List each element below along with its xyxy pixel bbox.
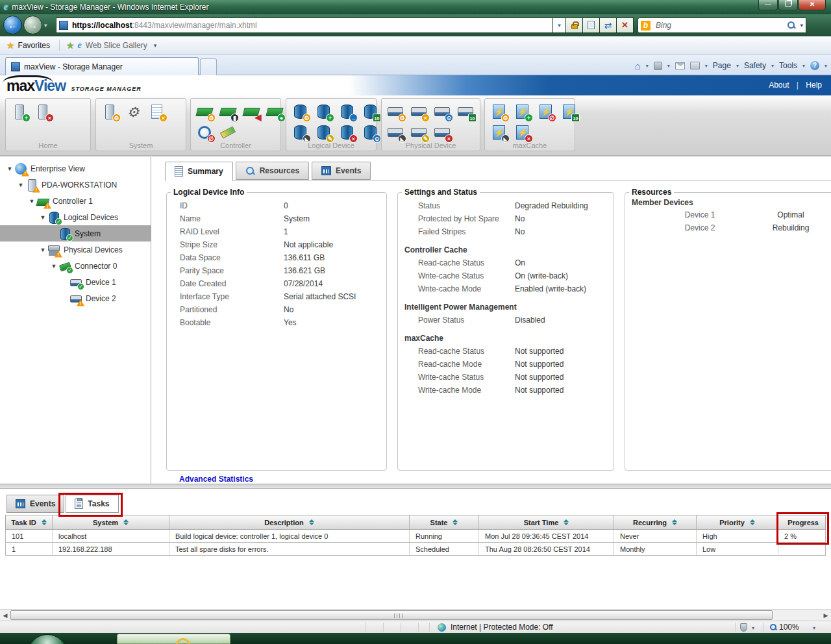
expand-migrate-logical-device-button[interactable]: ↔	[337, 102, 356, 121]
search-box[interactable]: b	[638, 18, 806, 33]
expand-arrow-icon[interactable]: ▼	[38, 214, 47, 221]
help-icon[interactable]: ?	[810, 61, 819, 70]
sort-icon[interactable]	[564, 519, 569, 525]
table-row[interactable]: 1192.168.222.188Test all spare disks for…	[5, 543, 826, 556]
column-header-state[interactable]: State	[410, 515, 479, 529]
silence-alarm-button[interactable]: ∅	[195, 123, 214, 142]
create-maxcache-button[interactable]: ⚡+	[512, 102, 532, 121]
locate-physical-device-button[interactable]: ◣	[386, 123, 405, 142]
privacy-dropdown-icon[interactable]	[752, 625, 754, 631]
refresh-button[interactable]: ⇄	[600, 18, 617, 33]
tree-item-device-2[interactable]: !Device 2	[0, 290, 151, 306]
column-header-description[interactable]: Description	[169, 515, 410, 529]
logical-device-settings-button[interactable]: ⚙	[290, 102, 310, 121]
column-header-recurring[interactable]: Recurring	[614, 515, 697, 529]
web-slice-dropdown-icon[interactable]	[154, 42, 157, 49]
tree-item-physical-devices[interactable]: ▼!Physical Devices	[0, 242, 151, 258]
tree-item-logical-devices[interactable]: ▼✓Logical Devices	[0, 209, 151, 225]
physical-device-power-button[interactable]: ⊙	[432, 102, 452, 121]
print-icon[interactable]	[690, 62, 700, 69]
favorites-button[interactable]: Favorites	[18, 41, 50, 50]
tab-resources[interactable]: Resources	[236, 162, 309, 180]
back-button[interactable]: ←	[3, 16, 22, 34]
tree-item-system[interactable]: ✓System	[0, 225, 151, 242]
sort-icon[interactable]	[309, 519, 314, 525]
search-dropdown-icon[interactable]	[800, 22, 803, 29]
home-dropdown-icon[interactable]	[646, 63, 649, 69]
system-tasks-button[interactable]: ⚙	[123, 102, 143, 121]
about-link[interactable]: About	[769, 80, 789, 90]
column-header-task-id[interactable]: Task ID	[6, 515, 53, 529]
physical-device-verify-button[interactable]: 10	[456, 102, 475, 121]
expand-arrow-icon[interactable]: ▼	[38, 247, 47, 253]
initialize-physical-device-button[interactable]: ×	[409, 102, 428, 121]
sort-icon[interactable]	[672, 519, 677, 525]
logical-device-power-button[interactable]: ⊙	[360, 123, 380, 142]
tab-summary[interactable]: Summary	[165, 162, 233, 181]
rss-feeds-icon[interactable]	[654, 62, 662, 70]
zoom-level[interactable]: 100%	[779, 623, 799, 632]
locate-maxcache-button[interactable]: ⚡◣	[489, 123, 508, 142]
zoom-dropdown-icon[interactable]	[813, 625, 815, 631]
tree-item-connector-0[interactable]: ▼✓Connector 0	[0, 258, 151, 274]
tab-events[interactable]: Events	[312, 162, 371, 180]
logical-device-consistency-button[interactable]: 10	[360, 102, 380, 121]
maxcache-settings-button[interactable]: ⚡⚙	[489, 102, 508, 121]
address-dropdown-icon[interactable]	[553, 18, 566, 33]
restore-button[interactable]	[778, 0, 798, 10]
address-bar[interactable]: https://localhost:8443/maxview/manager/m…	[56, 18, 553, 33]
privacy-shield-icon[interactable]	[740, 623, 747, 632]
add-favorite-icon[interactable]: ★	[66, 40, 75, 51]
web-slice-gallery-button[interactable]: Web Slice Gallery	[86, 41, 147, 50]
home-icon[interactable]: ⌂	[635, 60, 641, 71]
page-dropdown-icon[interactable]	[736, 63, 739, 69]
column-header-priority[interactable]: Priority	[697, 515, 778, 529]
delete-system-button[interactable]: ×	[33, 102, 53, 121]
secure-erase-physical-device-button[interactable]: ✎	[409, 123, 428, 142]
controller-restore-defaults-button[interactable]: ◀	[242, 102, 261, 121]
taskbar-app-button[interactable]	[117, 634, 230, 644]
read-mail-icon[interactable]	[675, 62, 685, 69]
horizontal-divider[interactable]	[0, 484, 831, 489]
sort-icon[interactable]	[453, 519, 458, 525]
expand-arrow-icon[interactable]: ▼	[49, 263, 58, 269]
column-header-start-time[interactable]: Start Time	[479, 515, 614, 529]
compatibility-view-button[interactable]	[583, 18, 600, 33]
safety-dropdown-icon[interactable]	[771, 63, 774, 69]
browser-tab[interactable]: maxView - Storage Manager	[5, 57, 199, 75]
expand-arrow-icon[interactable]: ▼	[27, 198, 36, 204]
security-lock-button[interactable]	[566, 18, 583, 33]
column-header-system[interactable]: System	[53, 515, 169, 529]
minimize-button[interactable]: —	[758, 0, 778, 10]
feeds-dropdown-icon[interactable]	[667, 63, 670, 69]
advanced-statistics-link[interactable]: Advanced Statistics	[179, 475, 253, 484]
tools-menu-button[interactable]: Tools	[779, 61, 797, 70]
sort-icon[interactable]	[750, 519, 755, 525]
controller-cache-settings-button[interactable]: ▮	[218, 102, 238, 121]
controller-settings-button[interactable]: ⚙	[195, 102, 214, 121]
maxcache-verify-button[interactable]: ⚡10	[559, 102, 578, 121]
add-system-button[interactable]: +	[10, 102, 29, 121]
tree-item-controller-1[interactable]: ▼!Controller 1	[0, 193, 151, 209]
favorites-star-icon[interactable]: ★	[6, 40, 15, 51]
safety-menu-button[interactable]: Safety	[744, 61, 766, 70]
expand-arrow-icon[interactable]: ▼	[5, 166, 14, 172]
create-logical-device-button[interactable]: +	[314, 102, 333, 121]
save-support-archive-button[interactable]: ×	[147, 102, 166, 121]
disable-maxcache-button[interactable]: ⚡∅	[536, 102, 555, 121]
sort-icon[interactable]	[42, 519, 47, 525]
page-menu-button[interactable]: Page	[713, 61, 731, 70]
tree-item-enterprise-view[interactable]: ▼!Enterprise View	[0, 160, 151, 177]
tools-dropdown-icon[interactable]	[802, 63, 805, 69]
new-tab-button[interactable]	[200, 58, 217, 75]
search-magnifier-icon[interactable]	[787, 21, 796, 30]
expand-arrow-icon[interactable]: ▼	[16, 182, 25, 188]
delete-logical-device-button[interactable]: ×	[337, 123, 356, 142]
table-row[interactable]: 101localhostBuild logical device: contro…	[5, 530, 826, 543]
system-settings-button[interactable]: ⚙	[100, 102, 119, 121]
forward-button[interactable]: →	[23, 16, 42, 34]
clear-controller-configuration-button[interactable]	[218, 123, 238, 142]
help-dropdown-icon[interactable]	[825, 63, 827, 69]
delete-maxcache-button[interactable]: ⚡×	[512, 123, 532, 142]
close-button[interactable]: ✕	[799, 0, 826, 10]
